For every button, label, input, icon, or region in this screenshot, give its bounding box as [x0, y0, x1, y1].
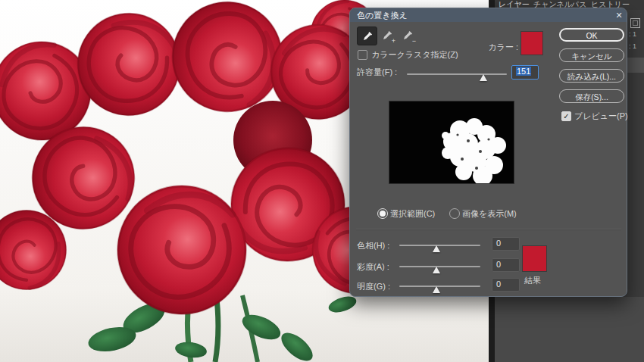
selection-radio-label: 選択範囲(C) [390, 208, 435, 220]
replace-color-dialog: 色の置き換え ✕ + − カラークラスタ指定(Z) カラー : 許容量(F) :… [349, 8, 627, 297]
lightness-input[interactable]: 0 [492, 278, 520, 292]
hue-label: 色相(H) : [357, 240, 389, 251]
workspace-background [495, 297, 644, 362]
hue-input[interactable]: 0 [492, 237, 520, 251]
color-cluster-label: カラークラスタ指定(Z) [371, 49, 458, 61]
selected-layer-row[interactable] [627, 58, 644, 73]
eyedropper-plus-icon [382, 30, 392, 41]
color-cluster-checkbox[interactable] [358, 50, 367, 60]
eyedropper-subtract-tool[interactable]: − [398, 27, 417, 44]
fill-value-fragment: : 1 [629, 42, 636, 50]
result-color-swatch [522, 245, 547, 272]
load-button[interactable]: 読み込み(L)... [559, 69, 624, 83]
result-label: 結果 [524, 275, 541, 286]
lightness-slider-thumb[interactable] [433, 286, 440, 293]
mask-preview-image [389, 101, 514, 183]
preview-label: プレビュー(P) [574, 111, 628, 122]
divider [356, 229, 621, 229]
eyedropper-icon [362, 31, 373, 42]
ok-button[interactable]: OK [559, 28, 624, 42]
eyedropper-add-tool[interactable]: + [377, 27, 396, 44]
dialog-title: 色の置き換え [350, 8, 627, 22]
check-icon: ✓ [563, 112, 569, 120]
tolerance-label: 許容量(F) : [357, 67, 397, 78]
selected-color-swatch[interactable] [521, 31, 543, 55]
cancel-button[interactable]: キャンセル [559, 48, 624, 62]
tolerance-input[interactable]: 151 [511, 65, 539, 80]
saturation-input[interactable]: 0 [492, 258, 520, 272]
tolerance-slider-track[interactable] [407, 73, 507, 75]
lightness-label: 明度(G) : [357, 281, 390, 292]
selection-mask-preview[interactable] [389, 101, 514, 184]
save-button[interactable]: 保存(S)... [559, 89, 624, 103]
eyedropper-tool[interactable] [357, 27, 377, 45]
opacity-value-fragment: : 1 [629, 30, 636, 38]
image-radio[interactable] [449, 208, 460, 219]
tolerance-slider-thumb[interactable] [480, 74, 487, 81]
close-icon[interactable]: ✕ [611, 8, 627, 22]
lock-icon[interactable] [630, 18, 640, 28]
color-label: カラー : [471, 42, 518, 53]
saturation-slider-thumb[interactable] [433, 267, 440, 273]
preview-checkbox[interactable]: ✓ [561, 111, 571, 121]
eyedropper-minus-icon [402, 30, 413, 41]
saturation-label: 彩度(A) : [357, 261, 389, 273]
hue-slider-thumb[interactable] [433, 245, 440, 252]
selection-radio[interactable] [377, 208, 388, 219]
image-radio-label: 画像を表示(M) [462, 208, 517, 220]
